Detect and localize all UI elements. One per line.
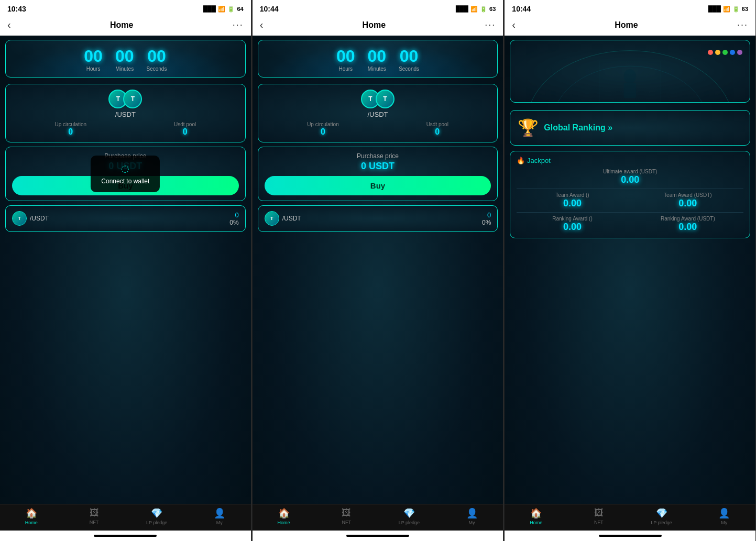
connect-overlay-1[interactable]: ◌ Connect to wallet	[91, 156, 160, 192]
team-awards-grid-3: Team Award () 0.00 Team Award (USDT) 0.0…	[517, 192, 743, 209]
team-award-label-3: Team Award ()	[555, 192, 589, 198]
lp-left-2: T /USDT	[265, 211, 301, 226]
team-award-usdt-label-3: Team Award (USDT)	[664, 192, 712, 198]
tab-home-3[interactable]: 🏠 Home	[505, 507, 567, 525]
tab-lp-3[interactable]: 💎 LP pledge	[630, 507, 693, 525]
nft-label-3: NFT	[594, 520, 604, 525]
home-label-1: Home	[25, 520, 38, 525]
wifi-icon-1: 📶	[218, 6, 225, 13]
battery-level-2: 63	[489, 6, 496, 12]
status-icons-3: ▉▉▉ 📶 🔋 63	[708, 6, 748, 13]
lp-icon-3: 💎	[656, 507, 667, 519]
home-bar-1	[94, 535, 157, 537]
timer-card-2: 00 Hours 00 Minutes 00 Seconds	[258, 40, 498, 78]
ranking-award-usdt-value-3: 0.00	[678, 222, 697, 233]
ranking-award-3: Ranking Award () 0.00	[517, 216, 628, 233]
nft-label-2: NFT	[342, 520, 351, 525]
usdt-pool-value-2: 0	[435, 127, 440, 137]
tab-home-2[interactable]: 🏠 Home	[253, 507, 315, 525]
purchase-section-1: Purchase price 0 USDT ◌ Connect to walle…	[5, 147, 246, 201]
timer-minutes-2: 00 Minutes	[368, 48, 387, 72]
tab-lp-2[interactable]: 💎 LP pledge	[378, 507, 441, 525]
lp-label-2: LP pledge	[399, 520, 420, 525]
home-icon-3: 🏠	[530, 507, 542, 519]
nft-icon-1: 🖼	[90, 507, 99, 518]
back-button-2[interactable]: ‹	[260, 19, 264, 31]
status-icons-2: ▉▉▉ 📶 🔋 63	[456, 6, 496, 13]
timer-seconds-1: 00 Seconds	[146, 48, 167, 72]
tab-my-2[interactable]: 👤 My	[441, 507, 503, 525]
tab-nft-3[interactable]: 🖼 NFT	[567, 507, 630, 525]
content-area-1: 00 Hours 00 Minutes 00 Seconds T T /USDT	[0, 36, 251, 541]
back-button-3[interactable]: ‹	[512, 19, 516, 31]
minutes-digits-1: 00	[115, 48, 134, 64]
ranking-award-usdt-label-3: Ranking Award (USDT)	[661, 216, 715, 222]
hours-label-2: Hours	[338, 66, 353, 72]
minutes-label-2: Minutes	[368, 66, 386, 72]
buy-button-2[interactable]: Buy	[265, 176, 491, 195]
status-bar-2: 10:44 ▉▉▉ 📶 🔋 63	[253, 0, 503, 16]
up-circulation-1: Up circulation 0	[54, 122, 86, 137]
ultimate-award-3: Ultimate award (USDT) 0.00	[517, 169, 743, 185]
ranking-label-3: Global Ranking »	[544, 123, 612, 133]
svg-rect-4	[624, 83, 637, 98]
divider-2-3	[517, 212, 743, 213]
tab-lp-1[interactable]: 💎 LP pledge	[125, 507, 188, 525]
connect-text-1: Connect to wallet	[101, 178, 149, 185]
timer-hours-1: 00 Hours	[84, 48, 103, 72]
token-name-1: /USDT	[115, 111, 136, 118]
battery-icon-2: 🔋	[480, 6, 487, 13]
token-icon-b-2: T	[376, 90, 395, 108]
page-title-3: Home	[615, 20, 638, 30]
usdt-pool-label-2: Usdt pool	[426, 122, 448, 127]
global-ranking-card-3[interactable]: 🏆 Global Ranking »	[510, 110, 750, 146]
my-icon-3: 👤	[718, 507, 730, 519]
hours-digits-2: 00	[336, 48, 355, 64]
lp-balance-2: 0	[482, 211, 491, 219]
timer-minutes-1: 00 Minutes	[115, 48, 134, 72]
token-section-1: T T /USDT Up circulation 0 Usdt pool 0	[5, 84, 246, 142]
timer-card-1: 00 Hours 00 Minutes 00 Seconds	[5, 40, 246, 78]
home-label-3: Home	[530, 520, 542, 525]
hours-label-1: Hours	[86, 66, 101, 72]
minutes-label-1: Minutes	[115, 66, 134, 72]
my-label-1: My	[216, 520, 223, 525]
token-stats-1: Up circulation 0 Usdt pool 0	[11, 122, 240, 137]
up-circulation-value-2: 0	[321, 127, 325, 137]
sci-fi-banner-3	[510, 40, 750, 103]
lp-section-1: T /USDT 0 0%	[5, 205, 246, 232]
tab-my-3[interactable]: 👤 My	[693, 507, 755, 525]
back-button-1[interactable]: ‹	[7, 19, 11, 31]
nft-label-1: NFT	[90, 520, 99, 525]
lp-name-2: /USDT	[282, 215, 301, 222]
token-icon-b-1: T	[123, 90, 142, 108]
team-award-usdt-3: Team Award (USDT) 0.00	[632, 192, 743, 209]
token-icons-2: T T	[361, 90, 395, 108]
tab-my-1[interactable]: 👤 My	[188, 507, 251, 525]
nav-bar-1: ‹ Home ···	[0, 16, 251, 36]
purchase-price-2: 0 USDT	[361, 161, 395, 172]
home-icon-1: 🏠	[26, 507, 37, 519]
battery-icon-3: 🔋	[732, 6, 740, 13]
minutes-digits-2: 00	[368, 48, 387, 64]
lp-token-icon-2: T	[265, 211, 279, 226]
home-indicator-3	[505, 531, 755, 541]
home-icon-2: 🏠	[278, 507, 290, 519]
my-label-3: My	[721, 520, 727, 525]
more-button-1[interactable]: ···	[233, 19, 244, 30]
ranking-award-value-3: 0.00	[563, 222, 582, 233]
tab-bar-1: 🏠 Home 🖼 NFT 💎 LP pledge 👤 My	[0, 504, 251, 531]
tab-nft-1[interactable]: 🖼 NFT	[63, 507, 126, 525]
nft-icon-3: 🖼	[594, 507, 604, 518]
my-icon-2: 👤	[466, 507, 478, 519]
usdt-pool-value-1: 0	[183, 127, 188, 137]
purchase-section-2: Purchase price 0 USDT Buy	[258, 147, 498, 201]
more-button-2[interactable]: ···	[485, 19, 496, 30]
page-title-1: Home	[110, 20, 133, 30]
usdt-pool-2: Usdt pool 0	[426, 122, 448, 137]
tab-nft-2[interactable]: 🖼 NFT	[315, 507, 378, 525]
tab-home-1[interactable]: 🏠 Home	[0, 507, 63, 525]
up-circulation-value-1: 0	[68, 127, 73, 137]
more-button-3[interactable]: ···	[737, 19, 748, 30]
lp-section-2: T /USDT 0 0%	[258, 205, 498, 232]
